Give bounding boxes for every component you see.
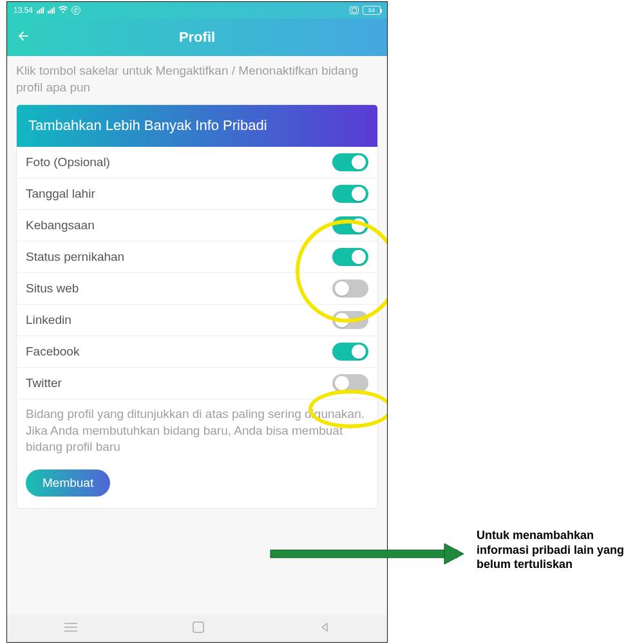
rotation-icon: [350, 6, 359, 14]
annotation-text: Untuk menambahkan informasi pribadi lain…: [477, 528, 638, 572]
toggle-switch[interactable]: [332, 343, 368, 361]
field-row: Tanggal lahir: [17, 178, 377, 210]
field-row: Twitter: [17, 368, 377, 399]
field-label: Situs web: [26, 281, 79, 296]
signal-icon: [37, 7, 44, 14]
recent-apps-icon[interactable]: [64, 623, 77, 634]
svg-rect-0: [64, 623, 77, 624]
field-label: Foto (Opsional): [26, 155, 110, 169]
app-bar: Profil: [7, 19, 387, 56]
helper-text-top: Klik tombol sakelar untuk Mengaktifkan /…: [7, 56, 387, 104]
field-row: Status pernikahan: [17, 242, 377, 273]
annotation-arrow-icon: [251, 541, 470, 567]
field-row: Situs web: [17, 273, 377, 305]
svg-rect-2: [64, 630, 77, 632]
battery-icon: 54: [363, 6, 381, 15]
home-icon[interactable]: [193, 621, 204, 636]
field-row: Foto (Opsional): [17, 147, 377, 178]
toggle-switch[interactable]: [332, 279, 368, 298]
page-title: Profil: [16, 29, 378, 46]
helper-text-bottom: Bidang profil yang ditunjukkan di atas p…: [17, 399, 377, 459]
field-label: Status pernikahan: [26, 250, 124, 264]
personal-info-card: Tambahkan Lebih Banyak Info Pribadi Foto…: [16, 104, 378, 509]
wifi-icon: [59, 6, 68, 15]
toggle-switch[interactable]: [332, 374, 368, 392]
back-nav-icon[interactable]: [319, 622, 330, 635]
field-label: Linkedin: [26, 313, 71, 327]
toggle-switch[interactable]: [332, 248, 368, 266]
field-row: Kebangsaan: [17, 210, 377, 242]
signal-icon: [48, 7, 55, 14]
field-row: Facebook: [17, 336, 377, 368]
field-label: Tanggal lahir: [26, 187, 95, 201]
toggle-switch[interactable]: [332, 185, 368, 203]
vowifi-icon: ✆: [71, 6, 80, 15]
status-time: 13.54: [14, 6, 33, 15]
field-label: Facebook: [26, 345, 79, 359]
status-bar: 13.54 ✆ 54: [7, 2, 387, 19]
svg-marker-5: [444, 544, 464, 564]
field-label: Kebangsaan: [26, 218, 95, 232]
svg-rect-3: [193, 622, 204, 632]
create-button[interactable]: Membuat: [26, 469, 110, 497]
android-nav-bar: [7, 615, 387, 642]
toggle-switch[interactable]: [332, 311, 368, 329]
toggle-switch[interactable]: [332, 153, 368, 171]
field-row: Linkedin: [17, 305, 377, 336]
svg-rect-4: [270, 550, 457, 558]
field-label: Twitter: [26, 376, 62, 390]
card-header: Tambahkan Lebih Banyak Info Pribadi: [17, 105, 377, 147]
svg-rect-1: [64, 627, 77, 628]
toggle-switch[interactable]: [332, 216, 368, 234]
